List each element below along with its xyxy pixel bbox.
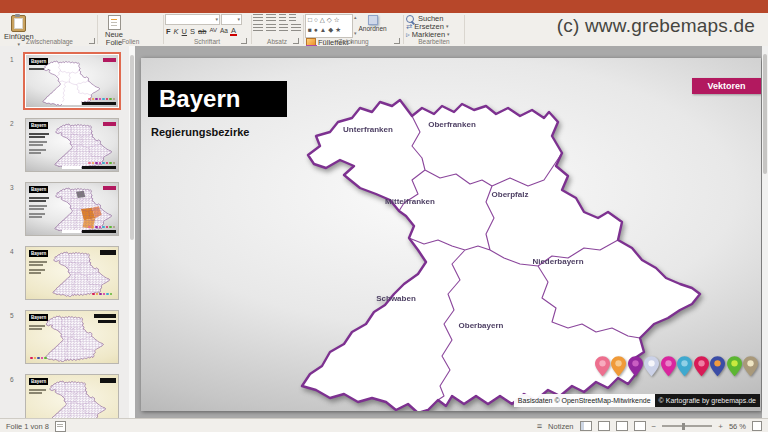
indent-decrease-icon[interactable] bbox=[279, 14, 286, 21]
window-titlebar bbox=[0, 0, 768, 13]
map-pin bbox=[710, 356, 725, 377]
slide-thumbnail-4[interactable]: Bayern bbox=[26, 247, 118, 299]
attribution-carto: © Kartografie by grebemaps.de bbox=[655, 394, 760, 407]
slide-thumbnail-1[interactable]: Bayern bbox=[26, 55, 118, 107]
zoom-slider-knob[interactable] bbox=[682, 423, 685, 430]
slide-thumbnail-3[interactable]: Bayern bbox=[26, 183, 118, 235]
bullets-icon[interactable] bbox=[253, 14, 263, 21]
region-label: Oberbayern bbox=[459, 321, 504, 330]
thumb-map bbox=[52, 251, 110, 297]
region-label: Oberfranken bbox=[428, 120, 476, 129]
slide-canvas[interactable]: Bayern Regierungsbezirke Vektoren Unterf… bbox=[141, 58, 761, 411]
dialog-launcher-icon[interactable] bbox=[394, 38, 400, 44]
clipboard-group-label: Zwischenablage bbox=[2, 38, 97, 45]
align-center-icon[interactable] bbox=[266, 24, 276, 31]
align-left-icon[interactable] bbox=[253, 24, 263, 31]
zoom-level[interactable]: 56 % bbox=[729, 422, 746, 431]
attribution-osm: Basisdaten © OpenStreetMap-Mitwirkende bbox=[514, 394, 655, 407]
gallery-up-icon[interactable]: ▴ bbox=[354, 14, 357, 20]
align-right-icon[interactable] bbox=[279, 24, 289, 31]
paste-icon bbox=[11, 15, 26, 32]
thumb-title: Bayern bbox=[29, 250, 48, 257]
vektoren-badge[interactable]: Vektoren bbox=[692, 78, 761, 94]
shapes-row: ■●▲◆★ bbox=[308, 25, 350, 35]
powerpoint-window: { "window": { "watermark": "(c) www.greb… bbox=[0, 0, 768, 432]
map-pin bbox=[628, 356, 643, 377]
watermark-text: (c) www.grebemaps.de bbox=[557, 15, 755, 37]
reading-view-icon[interactable] bbox=[616, 421, 628, 431]
dialog-launcher-icon[interactable] bbox=[89, 38, 95, 44]
select-button[interactable]: ▹Markieren▾ bbox=[406, 31, 450, 38]
map-pin bbox=[743, 356, 758, 377]
thumb-map bbox=[44, 315, 104, 362]
find-button[interactable]: Suchen bbox=[406, 15, 450, 22]
text-shadow-button[interactable]: S bbox=[189, 27, 196, 36]
strikethrough-button[interactable]: ab bbox=[197, 27, 207, 36]
scrollbar-thumb[interactable] bbox=[763, 54, 767, 174]
slideshow-view-icon[interactable] bbox=[634, 421, 646, 431]
chevron-down-icon: ▾ bbox=[447, 32, 450, 37]
map-attribution: Basisdaten © OpenStreetMap-Mitwirkende ©… bbox=[514, 394, 760, 407]
ribbon-group-font: ▾ ▾ F K U S ab AV Aa A Schriftart bbox=[165, 14, 249, 45]
region-label: Niederbayern bbox=[532, 257, 583, 266]
shapes-row: □○△◇☆ bbox=[308, 15, 350, 25]
zoom-out-button[interactable]: − bbox=[652, 422, 657, 431]
slide-number: 3 bbox=[10, 184, 14, 191]
search-icon bbox=[406, 15, 414, 23]
slide-number: 4 bbox=[10, 248, 14, 255]
normal-view-icon[interactable] bbox=[580, 421, 592, 431]
region-label: Schwaben bbox=[376, 294, 416, 303]
font-color-button[interactable]: A bbox=[230, 27, 237, 36]
ribbon-group-drawing: □○△◇☆ ■●▲◆★ ▴ ▾ Anordnen Fülleffekt▾ For… bbox=[305, 14, 402, 45]
editing-group-label: Bearbeiten bbox=[406, 38, 462, 45]
italic-button[interactable]: K bbox=[173, 27, 180, 36]
slide-title-box[interactable]: Bayern bbox=[148, 81, 287, 117]
editor-scrollbar[interactable] bbox=[762, 46, 768, 418]
font-name-combobox[interactable]: ▾ bbox=[165, 14, 220, 25]
shapes-gallery[interactable]: □○△◇☆ ■●▲◆★ bbox=[305, 14, 353, 38]
dialog-launcher-icon[interactable] bbox=[241, 38, 247, 44]
slide-number: 5 bbox=[10, 312, 14, 319]
map-pin bbox=[694, 356, 709, 377]
slide-number: 1 bbox=[10, 56, 14, 63]
scrollbar-thumb[interactable] bbox=[130, 55, 134, 240]
bold-button[interactable]: F bbox=[165, 27, 172, 36]
thumb-title: Bayern bbox=[29, 122, 48, 129]
gallery-down-icon[interactable]: ▾ bbox=[354, 30, 357, 36]
character-spacing-button[interactable]: AV bbox=[208, 27, 218, 36]
notes-toggle[interactable]: Notizen bbox=[548, 422, 573, 431]
ribbon-group-paragraph: Absatz bbox=[253, 14, 301, 45]
slide-thumbnail-2[interactable]: Bayern bbox=[26, 119, 118, 171]
font-size-combobox[interactable]: ▾ bbox=[221, 14, 242, 25]
arrange-button[interactable]: Anordnen bbox=[359, 14, 387, 34]
map-pins-row[interactable] bbox=[595, 356, 759, 377]
slide-counter: Folie 1 von 8 bbox=[6, 422, 49, 431]
chevron-down-icon: ▾ bbox=[237, 17, 240, 22]
status-bar: Folie 1 von 8 ≡ Notizen − + 56 % bbox=[0, 418, 768, 432]
slide-subtitle[interactable]: Regierungsbezirke bbox=[151, 126, 249, 138]
ribbon-group-clipboard: Einfügen ▾ ✂Ausschneiden Kopieren▾ Forma… bbox=[2, 14, 97, 45]
change-case-button[interactable]: Aa bbox=[219, 27, 229, 36]
arrange-icon bbox=[368, 15, 378, 25]
map-pin bbox=[727, 356, 742, 377]
font-group-label: Schriftart bbox=[165, 38, 249, 45]
dialog-launcher-icon[interactable] bbox=[293, 38, 299, 44]
slide-thumbnail-6[interactable]: Bayern bbox=[26, 375, 118, 418]
slide-thumbnail-5[interactable]: Bayern bbox=[26, 311, 118, 363]
justify-icon[interactable] bbox=[291, 24, 301, 31]
spellcheck-icon[interactable] bbox=[55, 421, 66, 432]
numbering-icon[interactable] bbox=[266, 14, 276, 21]
thumb-title: Bayern bbox=[29, 378, 48, 385]
zoom-slider[interactable] bbox=[662, 425, 712, 427]
chevron-down-icon: ▾ bbox=[446, 24, 449, 29]
drawing-group-label: Zeichnung bbox=[305, 38, 402, 45]
slide-number: 6 bbox=[10, 376, 14, 383]
underline-button[interactable]: U bbox=[181, 27, 188, 36]
fit-to-window-icon[interactable] bbox=[752, 421, 762, 431]
thumb-map bbox=[48, 380, 106, 418]
zoom-in-button[interactable]: + bbox=[718, 422, 723, 431]
ribbon-group-slides: Neue Folie ▾ Layout▾ Zurücksetzen Abschn… bbox=[99, 14, 162, 45]
slide-sorter-view-icon[interactable] bbox=[598, 421, 610, 431]
ribbon-group-editing: Suchen ⇄Ersetzen▾ ▹Markieren▾ Bearbeiten bbox=[406, 14, 462, 45]
indent-increase-icon[interactable] bbox=[289, 14, 296, 21]
